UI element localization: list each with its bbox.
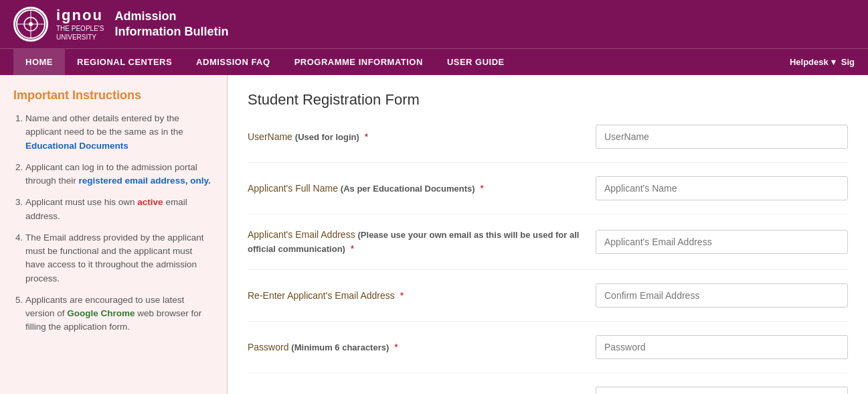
input-wrap-password xyxy=(596,335,848,359)
label-password: Password (Minimum 6 characters) * xyxy=(248,340,596,354)
form-row-fullname: Applicant's Full Name (As per Educationa… xyxy=(248,176,848,214)
label-fullname: Applicant's Full Name (As per Educationa… xyxy=(248,182,596,196)
form-row-username: UserName (Used for login) * xyxy=(248,125,848,163)
label-username: UserName (Used for login) * xyxy=(248,130,596,144)
logo-area: ignou THE PEOPLE'SUNIVERSITY xyxy=(13,7,104,42)
nav-regional-centers[interactable]: REGIONAL CENTERS xyxy=(65,49,184,75)
form-row-password: Password (Minimum 6 characters) * xyxy=(248,335,848,373)
form-row-confirm-email: Re-Enter Applicant's Email Address * xyxy=(248,283,848,322)
password-input[interactable] xyxy=(596,335,848,359)
logo-text: ignou THE PEOPLE'SUNIVERSITY xyxy=(56,7,104,42)
navbar: HOME REGIONAL CENTERS ADMISSION FAQ PROG… xyxy=(0,48,868,75)
username-input[interactable] xyxy=(596,125,848,149)
label-confirm-password: Re-Enter Password * xyxy=(248,392,596,395)
header: ignou THE PEOPLE'SUNIVERSITY Admission I… xyxy=(0,0,868,48)
logo-brand: ignou xyxy=(56,7,104,24)
helpdesk-button[interactable]: Helpdesk ▾ xyxy=(790,57,836,67)
list-item: Applicant must use his own active email … xyxy=(25,196,213,223)
ignou-logo-icon xyxy=(13,7,48,42)
form-row-email: Applicant's Email Address (Please use yo… xyxy=(248,228,848,270)
nav-programme-info[interactable]: PROGRAMME INFORMATION xyxy=(282,49,435,75)
nav-right: Helpdesk ▾ Sig xyxy=(790,57,855,67)
header-title: Admission Information Bulletin xyxy=(114,9,228,40)
input-wrap-confirm-password xyxy=(596,387,848,394)
active-link[interactable]: active xyxy=(137,197,163,207)
input-wrap-email xyxy=(596,230,848,254)
input-wrap-username xyxy=(596,125,848,149)
main-content: Important Instructions Name and other de… xyxy=(0,75,868,394)
list-item: The Email address provided by the applic… xyxy=(25,231,213,285)
sidebar: Important Instructions Name and other de… xyxy=(0,75,228,394)
registered-email-link[interactable]: registered email address, only. xyxy=(79,176,211,186)
input-wrap-confirm-email xyxy=(596,283,848,308)
educational-docs-link[interactable]: Educational Documents xyxy=(25,141,128,151)
confirm-password-input[interactable] xyxy=(596,387,848,394)
list-item: Name and other details entered by the ap… xyxy=(25,112,213,153)
input-wrap-fullname xyxy=(596,176,848,200)
label-confirm-email: Re-Enter Applicant's Email Address * xyxy=(248,289,596,303)
nav-admission-faq[interactable]: ADMISSION FAQ xyxy=(184,49,282,75)
signup-link[interactable]: Sig xyxy=(841,57,855,67)
nav-home[interactable]: HOME xyxy=(13,49,65,75)
logo-tagline: THE PEOPLE'SUNIVERSITY xyxy=(56,24,104,42)
form-row-confirm-password: Re-Enter Password * xyxy=(248,387,848,394)
list-item: Applicant can log in to the admission po… xyxy=(25,161,213,188)
sidebar-title: Important Instructions xyxy=(13,88,213,103)
nav-user-guide[interactable]: USER GUIDE xyxy=(435,49,517,75)
chevron-down-icon: ▾ xyxy=(831,57,836,67)
confirm-email-input[interactable] xyxy=(596,283,848,308)
list-item: Applicants are encouraged to use latest … xyxy=(25,293,213,334)
google-chrome-link[interactable]: Google Chrome xyxy=(67,308,135,318)
label-email: Applicant's Email Address (Please use yo… xyxy=(248,228,596,256)
fullname-input[interactable] xyxy=(596,176,848,200)
form-area: Student Registration Form UserName (Used… xyxy=(228,75,868,394)
instructions-list: Name and other details entered by the ap… xyxy=(13,112,213,334)
email-input[interactable] xyxy=(596,230,848,254)
form-title: Student Registration Form xyxy=(248,91,848,109)
